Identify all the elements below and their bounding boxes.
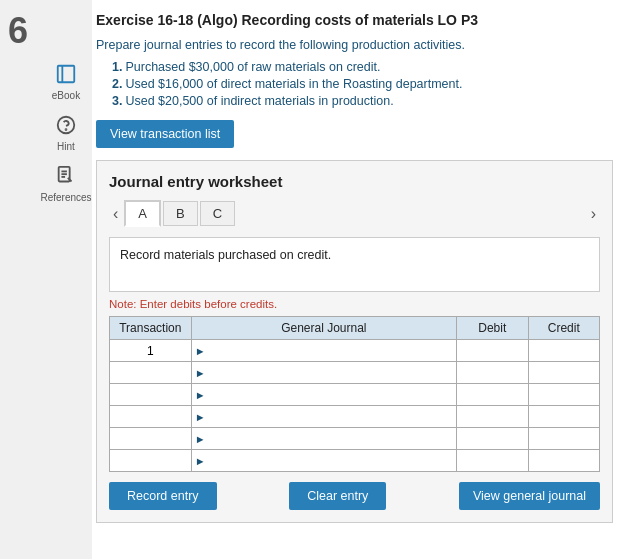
debit-input-2[interactable] — [457, 362, 528, 384]
transaction-num-1: 1 — [110, 340, 192, 362]
credit-field-4[interactable] — [529, 406, 599, 427]
tab-prev-button[interactable]: ‹ — [109, 205, 122, 223]
table-row: ► — [110, 406, 600, 428]
sidebar-item-references[interactable]: References — [40, 162, 91, 203]
sidebar-item-ebook[interactable]: eBook — [52, 60, 80, 101]
sidebar-label-references: References — [40, 192, 91, 203]
table-row: ► — [110, 362, 600, 384]
journal-input-3[interactable]: ► — [191, 384, 456, 406]
journal-field-6[interactable] — [206, 452, 457, 470]
table-row: ► — [110, 450, 600, 472]
credit-field-1[interactable] — [529, 340, 599, 361]
journal-field-2[interactable] — [206, 364, 457, 382]
journal-field-1[interactable] — [206, 342, 457, 360]
credit-input-5[interactable] — [528, 428, 599, 450]
transaction-num-3 — [110, 384, 192, 406]
credit-field-5[interactable] — [529, 428, 599, 449]
hint-icon — [52, 111, 80, 139]
transaction-num-6 — [110, 450, 192, 472]
svg-point-3 — [66, 129, 67, 130]
sidebar-label-hint: Hint — [57, 141, 75, 152]
instruction-box: Record materials purchased on credit. — [109, 237, 600, 292]
debit-field-6[interactable] — [457, 450, 527, 471]
exercise-title: Exercise 16-18 (Algo) Recording costs of… — [96, 12, 613, 28]
main-content: Exercise 16-18 (Algo) Recording costs of… — [92, 0, 623, 559]
sidebar-item-hint[interactable]: Hint — [52, 111, 80, 152]
journal-table: Transaction General Journal Debit Credit… — [109, 316, 600, 472]
debit-field-1[interactable] — [457, 340, 527, 361]
view-general-journal-button[interactable]: View general journal — [459, 482, 600, 510]
credit-input-3[interactable] — [528, 384, 599, 406]
credit-input-6[interactable] — [528, 450, 599, 472]
credit-input-4[interactable] — [528, 406, 599, 428]
journal-input-4[interactable]: ► — [191, 406, 456, 428]
table-row: 1 ► — [110, 340, 600, 362]
journal-input-6[interactable]: ► — [191, 450, 456, 472]
journal-field-3[interactable] — [206, 386, 457, 404]
tabs-row: ‹ A B C › — [109, 200, 600, 227]
journal-input-2[interactable]: ► — [191, 362, 456, 384]
sidebar-label-ebook: eBook — [52, 90, 80, 101]
transaction-num-4 — [110, 406, 192, 428]
activity-2-text: Used $16,000 of direct materials in the … — [125, 77, 462, 91]
transaction-num-5 — [110, 428, 192, 450]
credit-field-2[interactable] — [529, 362, 599, 383]
debit-field-5[interactable] — [457, 428, 527, 449]
tab-next-button[interactable]: › — [587, 205, 600, 223]
journal-field-5[interactable] — [206, 430, 457, 448]
page-number: 6 — [0, 0, 40, 559]
tab-a[interactable]: A — [124, 200, 161, 227]
debit-input-6[interactable] — [457, 450, 528, 472]
note-text: Note: Enter debits before credits. — [109, 298, 600, 310]
journal-input-1[interactable]: ► — [191, 340, 456, 362]
debit-field-4[interactable] — [457, 406, 527, 427]
debit-input-3[interactable] — [457, 384, 528, 406]
journal-input-5[interactable]: ► — [191, 428, 456, 450]
activity-1-num: 1. — [112, 60, 122, 74]
svg-rect-0 — [58, 66, 75, 83]
activity-2: 2.Used $16,000 of direct materials in th… — [112, 77, 613, 91]
intro-text: Prepare journal entries to record the fo… — [96, 38, 613, 52]
credit-field-6[interactable] — [529, 450, 599, 471]
worksheet-title: Journal entry worksheet — [109, 173, 600, 190]
activity-3-text: Used $20,500 of indirect materials in pr… — [125, 94, 393, 108]
activity-3: 3.Used $20,500 of indirect materials in … — [112, 94, 613, 108]
table-row: ► — [110, 384, 600, 406]
worksheet-container: Journal entry worksheet ‹ A B C › Record… — [96, 160, 613, 523]
activity-3-num: 3. — [112, 94, 122, 108]
clear-entry-button[interactable]: Clear entry — [289, 482, 386, 510]
debit-input-5[interactable] — [457, 428, 528, 450]
activity-1: 1.Purchased $30,000 of raw materials on … — [112, 60, 613, 74]
references-icon — [52, 162, 80, 190]
tab-c[interactable]: C — [200, 201, 235, 226]
credit-input-1[interactable] — [528, 340, 599, 362]
col-transaction: Transaction — [110, 317, 192, 340]
transaction-num-2 — [110, 362, 192, 384]
credit-input-2[interactable] — [528, 362, 599, 384]
view-transaction-list-button[interactable]: View transaction list — [96, 120, 234, 148]
debit-field-3[interactable] — [457, 384, 527, 405]
tab-b[interactable]: B — [163, 201, 198, 226]
book-icon — [52, 60, 80, 88]
debit-field-2[interactable] — [457, 362, 527, 383]
journal-field-4[interactable] — [206, 408, 457, 426]
sidebar: eBook Hint References — [40, 0, 92, 559]
record-entry-button[interactable]: Record entry — [109, 482, 217, 510]
activity-2-num: 2. — [112, 77, 122, 91]
bottom-buttons: Record entry Clear entry View general jo… — [109, 482, 600, 510]
activities-list: 1.Purchased $30,000 of raw materials on … — [112, 60, 613, 108]
credit-field-3[interactable] — [529, 384, 599, 405]
debit-input-1[interactable] — [457, 340, 528, 362]
col-general-journal: General Journal — [191, 317, 456, 340]
activity-1-text: Purchased $30,000 of raw materials on cr… — [125, 60, 380, 74]
col-debit: Debit — [457, 317, 528, 340]
debit-input-4[interactable] — [457, 406, 528, 428]
table-row: ► — [110, 428, 600, 450]
col-credit: Credit — [528, 317, 599, 340]
